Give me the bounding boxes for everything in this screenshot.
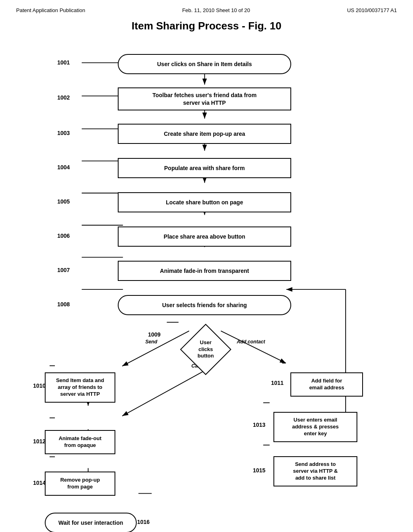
step-1010: Send Item data andarray of friends toser… — [45, 372, 115, 403]
label-1001: 1001 — [57, 59, 70, 66]
label-1006: 1006 — [57, 233, 70, 239]
step-1014: Remove pop-upfrom page — [45, 472, 115, 496]
svg-text:Send: Send — [145, 339, 157, 345]
page-title: Item Sharing Process - Fig. 10 — [0, 20, 413, 32]
label-1005: 1005 — [57, 198, 70, 205]
label-1002: 1002 — [57, 94, 70, 101]
step-1005: Locate share button on page — [118, 192, 291, 212]
step-1009-text: Userclicksbutton — [188, 331, 224, 368]
page-header: Patent Application Publication Feb. 11, … — [0, 0, 413, 16]
label-1007: 1007 — [57, 267, 70, 273]
step-1004: Populate area with share form — [118, 158, 291, 178]
label-1014: 1014 — [33, 480, 46, 486]
step-1001: User clicks on Share in Item details — [118, 54, 291, 74]
svg-line-11 — [221, 331, 286, 363]
step-1011: Add field foremail address — [290, 372, 363, 397]
label-1013: 1013 — [253, 422, 265, 428]
label-1012: 1012 — [33, 438, 46, 445]
label-1008: 1008 — [57, 301, 70, 308]
step-1002: Toolbar fetches user's friend data froms… — [118, 87, 291, 110]
label-1015: 1015 — [253, 467, 265, 474]
step-1003: Create share item pop-up area — [118, 124, 291, 144]
step-1016: Wait for user interaction — [45, 513, 137, 532]
header-right: US 2010/0037177 A1 — [347, 7, 397, 13]
label-1009: 1009 — [148, 331, 161, 338]
step-1008: User selects friends for sharing — [118, 295, 291, 315]
step-1013: User enters emailaddress & pressesenter … — [273, 412, 357, 442]
label-1003: 1003 — [57, 130, 70, 136]
step-1006: Place share area above button — [118, 227, 291, 247]
diagram: Send Add contact Cancel — [33, 42, 380, 526]
label-1010: 1010 — [33, 382, 46, 389]
svg-line-16 — [122, 371, 204, 416]
label-1016: 1016 — [137, 519, 150, 525]
step-1012: Animate fade-outfrom opaque — [45, 430, 115, 454]
header-middle: Feb. 11, 2010 Sheet 10 of 20 — [182, 7, 250, 13]
svg-text:Add contact: Add contact — [236, 339, 265, 345]
header-left: Patent Application Publication — [16, 7, 85, 13]
step-1007: Animate fade-in from transparent — [118, 261, 291, 281]
step-1015: Send address toserver via HTTP &add to s… — [273, 456, 357, 486]
label-1004: 1004 — [57, 164, 70, 170]
label-1011: 1011 — [271, 380, 284, 386]
